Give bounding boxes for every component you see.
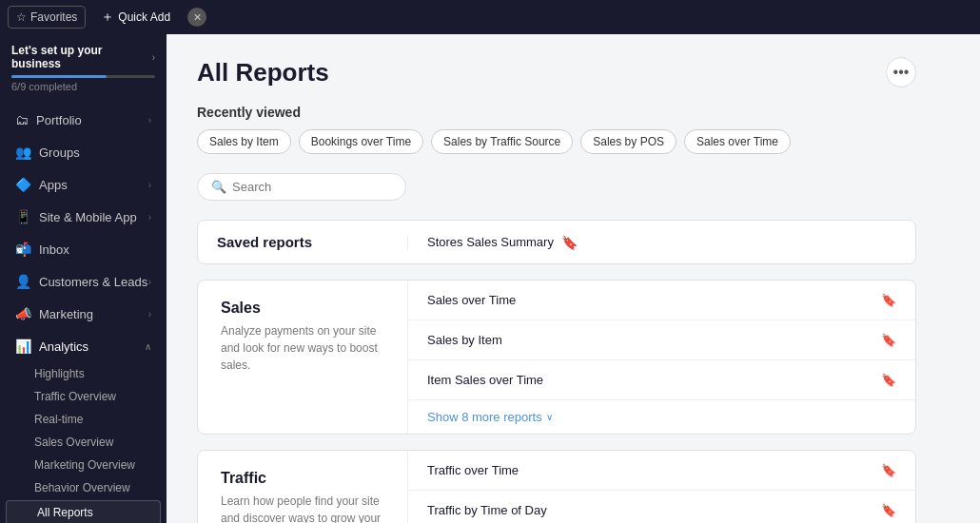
customers-icon: 👤 [15,274,31,289]
search-input[interactable] [232,180,384,194]
sales-description: Analyze payments on your site and look f… [221,322,384,374]
report-name: Sales over Time [427,293,516,307]
sidebar-item-marketing[interactable]: 📣 Marketing › [4,299,163,329]
chevron-icon: › [148,115,151,126]
close-icon[interactable]: ✕ [187,8,206,27]
analytics-sub-behavior-overview[interactable]: Behavior Overview [0,476,167,499]
sidebar-item-label: Inbox [39,242,69,257]
plus-icon: ＋ [101,9,114,26]
analytics-sub-sales-overview[interactable]: Sales Overview [0,431,167,454]
bookmark-icon[interactable]: 🔖 [881,333,896,347]
sidebar-item-label: Site & Mobile App [39,210,137,224]
page-title: All Reports [197,58,329,87]
apps-icon: 🔷 [15,177,31,192]
more-options-button[interactable]: ••• [886,57,916,87]
pill-sales-over-time[interactable]: Sales over Time [684,129,791,154]
sales-title: Sales [221,300,384,317]
sidebar-item-apps[interactable]: 🔷 Apps › [4,169,163,200]
favorites-label: Favorites [30,10,77,24]
report-name: Traffic by Time of Day [427,503,547,517]
recently-viewed-pills: Sales by Item Bookings over Time Sales b… [197,129,916,154]
report-name: Item Sales over Time [427,373,543,387]
chevron-icon: › [148,277,151,287]
groups-icon: 👥 [15,145,31,160]
report-row-sales-over-time[interactable]: Sales over Time 🔖 [408,281,915,320]
traffic-title: Traffic [221,470,384,487]
sidebar-item-groups[interactable]: 👥 Groups [4,137,163,167]
setup-section[interactable]: Let's set up your business › 6/9 complet… [0,34,167,100]
sidebar-item-site-mobile[interactable]: 📱 Site & Mobile App › [4,202,163,232]
portfolio-icon: 🗂 [15,112,29,127]
analytics-sub-real-time[interactable]: Real-time [0,408,167,431]
pill-sales-by-item[interactable]: Sales by Item [197,129,291,154]
sidebar-item-label: Portfolio [36,113,82,127]
chevron-right-icon: › [152,52,155,63]
report-row-traffic-over-time[interactable]: Traffic over Time 🔖 [408,451,915,491]
analytics-sub-traffic-overview[interactable]: Traffic Overview [0,385,167,408]
show-more-button[interactable]: Show 8 more reports ∨ [408,400,915,434]
sidebar-item-customers-leads[interactable]: 👤 Customers & Leads › [4,266,163,297]
pill-sales-by-pos[interactable]: Sales by POS [580,129,676,154]
bookmark-icon[interactable]: 🔖 [881,503,896,517]
report-name: Traffic over Time [427,463,519,477]
setup-progress-bar [11,75,107,78]
chevron-icon: › [148,180,151,190]
pill-bookings-over-time[interactable]: Bookings over Time [299,129,423,154]
marketing-icon: 📣 [15,306,31,321]
quick-add-label: Quick Add [118,10,170,24]
setup-title: Let's set up your business [11,44,152,70]
sidebar-item-label: Apps [39,178,68,192]
traffic-card: Traffic Learn how people find your site … [197,450,916,523]
sidebar-item-label: Groups [39,145,80,160]
search-icon: 🔍 [211,180,226,194]
chevron-icon: › [148,212,151,223]
bookmark-filled-icon[interactable]: 🔖 [561,235,578,250]
sidebar-item-inbox[interactable]: 📬 Inbox [4,234,163,264]
sidebar-item-analytics[interactable]: 📊 Analytics ∧ [4,331,163,361]
saved-reports-card: Saved reports Stores Sales Summary 🔖 [197,220,916,264]
report-row-traffic-by-time-of-day[interactable]: Traffic by Time of Day 🔖 [408,491,915,523]
analytics-sub-highlights[interactable]: Highlights [0,362,167,385]
setup-count: 6/9 completed [11,81,155,92]
sidebar-item-label: Analytics [39,339,88,354]
bookmark-icon[interactable]: 🔖 [881,373,896,387]
sales-card: Sales Analyze payments on your site and … [197,280,916,435]
setup-progress-bar-container [11,75,155,78]
search-bar: 🔍 [197,173,916,201]
sidebar: Let's set up your business › 6/9 complet… [0,0,167,523]
analytics-icon: 📊 [15,339,31,354]
report-name: Sales by Item [427,333,502,347]
recently-viewed-label: Recently viewed [197,105,916,120]
analytics-sub-all-reports[interactable]: All Reports [6,500,161,523]
pill-sales-by-traffic-source[interactable]: Sales by Traffic Source [431,129,573,154]
ellipsis-icon: ••• [893,64,910,81]
report-row-sales-by-item[interactable]: Sales by Item 🔖 [408,320,915,360]
favorites-button[interactable]: ☆ Favorites [8,6,86,29]
report-row-item-sales-over-time[interactable]: Item Sales over Time 🔖 [408,360,915,400]
main-content: All Reports ••• Recently viewed Sales by… [167,0,980,523]
recently-viewed-section: Recently viewed Sales by Item Bookings o… [197,105,916,154]
inbox-icon: 📬 [15,242,31,257]
sidebar-item-label: Customers & Leads [39,275,147,289]
bookmark-icon[interactable]: 🔖 [881,463,896,477]
site-mobile-icon: 📱 [15,209,31,224]
bookmark-icon[interactable]: 🔖 [881,293,896,307]
sidebar-item-label: Marketing [39,307,93,321]
chevron-up-icon: ∧ [145,341,151,352]
saved-reports-label: Saved reports [217,234,407,250]
chevron-icon: › [148,309,151,320]
saved-report-name[interactable]: Stores Sales Summary [427,235,554,249]
show-more-label: Show 8 more reports [427,410,542,424]
sidebar-item-portfolio[interactable]: 🗂 Portfolio › [4,105,163,135]
star-icon: ☆ [16,10,27,24]
chevron-down-icon: ∨ [546,412,553,422]
quick-add-button[interactable]: ＋ Quick Add [91,5,180,29]
traffic-description: Learn how people find your site and disc… [221,493,384,523]
analytics-sub-marketing-overview[interactable]: Marketing Overview [0,454,167,476]
